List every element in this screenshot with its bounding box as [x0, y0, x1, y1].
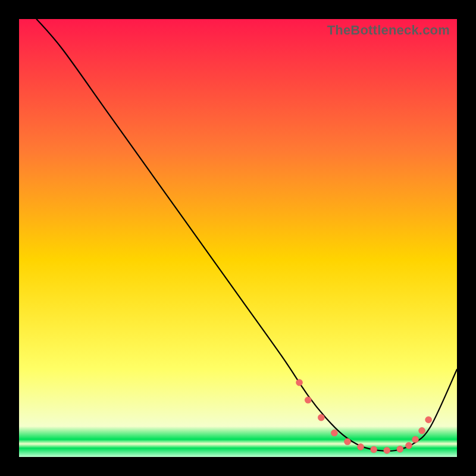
marker-dot: [318, 414, 324, 421]
marker-dot: [397, 446, 403, 452]
marker-dot: [406, 442, 412, 449]
marker-dot: [305, 397, 311, 403]
watermark-text: TheBottleneck.com: [327, 23, 450, 38]
marker-dot: [412, 436, 419, 443]
marker-dot: [384, 447, 390, 453]
plot-frame: TheBottleneck.com: [19, 19, 457, 457]
marker-dot: [331, 430, 337, 436]
marker-dot: [358, 444, 364, 450]
marker-dot: [296, 379, 303, 386]
bottleneck-chart: [19, 19, 457, 457]
marker-dot: [371, 446, 377, 453]
marker-dot: [425, 416, 432, 423]
marker-dot: [419, 427, 425, 434]
marker-dot: [345, 439, 351, 445]
gradient-background: [19, 19, 457, 457]
